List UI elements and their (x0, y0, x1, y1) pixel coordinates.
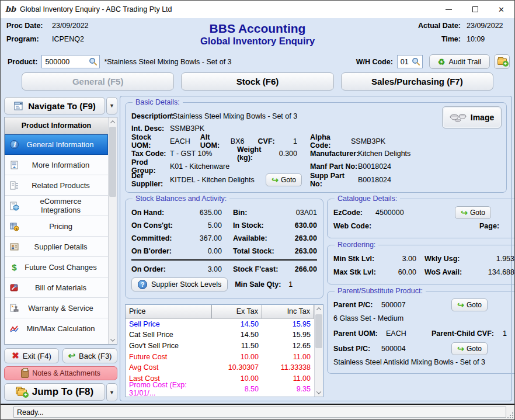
on-consgt-value: 5.00 (185, 221, 222, 230)
chevron-down-icon: ▼ (109, 103, 114, 109)
table-row[interactable]: Gov't Sell Price11.5012.65 (126, 341, 314, 352)
header-band: Proc Date:23/09/2022 Program:ICPENQ2 BBS… (1, 18, 514, 52)
sidebar-item-ecommerce-integrations[interactable]: eCommerce Integrations (5, 196, 108, 216)
alpha-code-label: Alpha Code: (310, 133, 351, 150)
proc-date-label: Proc Date: (6, 22, 52, 30)
close-button[interactable]: ✕ (488, 1, 514, 18)
bin-label: Bin: (233, 209, 287, 217)
navigate-to-button[interactable]: Navigate To (F9) (4, 97, 105, 114)
ezcode-label: EzCode: (333, 209, 375, 217)
subst-pc-value: 500004 (381, 345, 446, 353)
dollar-icon: $ (9, 262, 19, 272)
sidebar-item-minmax-calculation[interactable]: Min/Max Calculation (5, 318, 108, 339)
alpha-code-value: SSMB3PK (351, 137, 385, 145)
sidebar-item-more-information[interactable]: + More Information (5, 155, 108, 175)
divider (131, 259, 317, 261)
table-row[interactable]: Avg Cost10.3030711.33338 (126, 362, 314, 373)
parent-uom-label: Parent UOM: (333, 329, 386, 338)
stock-uom-label: Stock UOM: (131, 133, 170, 150)
image-button[interactable]: Image (442, 106, 502, 129)
scrollbar-thumb[interactable] (315, 314, 322, 348)
resize-grip[interactable] (507, 412, 514, 419)
main-panel: Basic Details: Image Description: *Stain… (120, 96, 512, 401)
goto-parent-button[interactable]: ↪ Goto (451, 298, 488, 311)
back-button[interactable]: ↩ Back (F3) (62, 348, 117, 363)
bin-value: 03A01 (287, 209, 317, 217)
audit-trail-button[interactable]: ♻ Audit Trail (429, 54, 490, 69)
sidebar-item-warranty-service[interactable]: Warranty & Service (5, 298, 108, 318)
scroll-down-icon[interactable] (315, 388, 323, 397)
scrollbar-thumb[interactable] (109, 127, 116, 197)
supplier-stock-levels-button[interactable]: ? Supplier Stock Levels (131, 277, 228, 291)
table-row[interactable]: Future Cost10.0011.00 (126, 351, 314, 362)
parent-pc-value: 500007 (381, 301, 446, 309)
cvf-label: CVF: (258, 137, 278, 145)
sidebar-item-supplier-details[interactable]: Supplier Details (5, 237, 108, 257)
available-label: Available: (233, 234, 287, 242)
product-input[interactable]: 500000 (41, 55, 100, 68)
sidebar-item-related-products[interactable]: Related Products (5, 175, 108, 196)
goto-arrow-icon: ↪ (461, 209, 468, 216)
table-row[interactable]: Promo Cost (Exp: 31/01/...8.509.35 (126, 384, 314, 395)
sidebar-item-future-cost-changes[interactable]: $ Future Cost Changes (5, 257, 108, 277)
search-icon[interactable] (89, 57, 98, 66)
folder-plus-icon (497, 58, 507, 65)
actual-date-value: 23/09/2022 (467, 22, 509, 30)
maximize-button[interactable] (462, 1, 488, 18)
tab-sales-purchasing[interactable]: Sales/Purchasing (F7) (341, 72, 493, 91)
scroll-down-icon[interactable] (109, 335, 117, 344)
manf-part-value: B0018024 (358, 162, 391, 171)
weight-value: 0.300 (277, 150, 297, 158)
product-description: *Stainless Steel Mixing Bowls - Set of 3 (104, 58, 231, 66)
chevron-down-icon: ▼ (109, 390, 114, 395)
program-value: ICPENQ2 (52, 35, 84, 43)
product-label: Product: (8, 58, 37, 66)
goto-supplier-button[interactable]: ↪ Goto (266, 173, 302, 186)
app-logo-icon: bb (5, 4, 16, 15)
question-icon: ? (138, 280, 147, 289)
column-header-inc-tax[interactable]: Inc Tax (262, 305, 314, 318)
parent-pc-label: Parent P/C: (333, 301, 381, 309)
time-label: Time: (441, 35, 461, 43)
jump-to-dropdown[interactable]: ▼ (106, 383, 117, 401)
goto-catalogue-button[interactable]: ↪ Goto (455, 206, 491, 219)
wkly-usg-label: Wkly Usg: (424, 255, 469, 263)
group-title: Basic Details: (133, 98, 183, 106)
search-icon[interactable] (412, 57, 420, 66)
basic-details-group: Basic Details: Image Description: *Stain… (125, 102, 507, 193)
page-title: Global Inventory Enquiry (144, 36, 371, 47)
sidebar: Navigate To (F9) ▼ Product Information i… (3, 96, 117, 401)
product-bar: Product: 500000 *Stainless Steel Mixing … (1, 52, 514, 71)
description-value: *Stainless Steel Mixing Bowls - Set of 3 (170, 112, 297, 120)
sidebar-item-bill-of-materials[interactable]: Bill of Materials (5, 277, 108, 298)
sidebar-scrollbar[interactable] (108, 117, 117, 344)
max-stk-label: Max Stk Lvl: (333, 268, 381, 276)
catalogue-details-group: Catalogue Details: EzCode: 4500000 ↪ Got… (327, 199, 515, 238)
new-attachment-button[interactable] (494, 54, 510, 69)
scroll-up-icon[interactable] (109, 117, 117, 126)
sidebar-item-general-information[interactable]: i General Information (5, 134, 108, 155)
in-stock-label: In Stock: (233, 221, 287, 230)
subst-pc-label: Subst P/C: (333, 345, 381, 353)
exit-button[interactable]: ✖ Exit (F4) (4, 348, 59, 363)
minimize-button[interactable] (436, 1, 462, 18)
wh-code-input[interactable]: 01 (397, 55, 423, 68)
form-icon (13, 101, 23, 111)
parent-substitute-group: Parent/Substitute Product: Parent P/C: 5… (327, 291, 515, 374)
sidebar-item-pricing[interactable]: $ Pricing (5, 216, 108, 237)
goto-substitute-button[interactable]: ↪ Goto (451, 342, 488, 355)
scroll-up-icon[interactable] (315, 305, 323, 314)
on-hand-label: On Hand: (131, 209, 185, 217)
table-row[interactable]: Cat Sell Price14.5015.95 (126, 329, 314, 341)
group-title: Reordering: (335, 241, 378, 249)
navigate-to-dropdown[interactable]: ▼ (106, 97, 117, 114)
reordering-group: Reordering: Min Stk Lvl: 3.00 Wkly Usg: … (327, 245, 515, 284)
tab-stock[interactable]: Stock (F6) (181, 72, 333, 91)
table-row[interactable]: Sell Price14.5015.95 (126, 319, 314, 330)
column-header-ex-tax[interactable]: Ex Tax (212, 305, 262, 318)
price-table-scrollbar[interactable] (314, 305, 323, 397)
jump-to-button[interactable]: Jump To (F8) (4, 383, 105, 401)
column-header-price[interactable]: Price (126, 305, 212, 318)
notes-attachments-button[interactable]: Notes & Attachments (4, 366, 117, 380)
weight-label: Weight (kg): (237, 145, 277, 162)
